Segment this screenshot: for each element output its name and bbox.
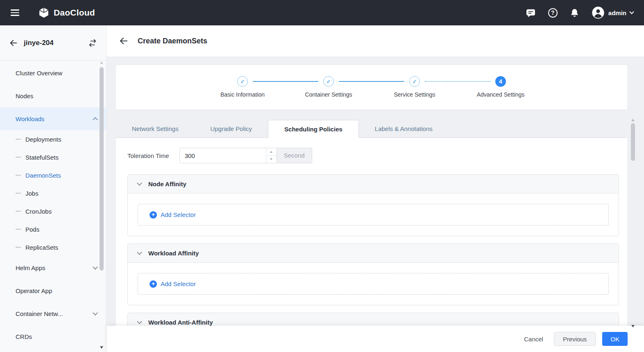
toleration-time-label: Toleration Time <box>127 152 169 159</box>
sidebar-item-label: ReplicaSets <box>25 244 58 251</box>
sidebar-item-label: Operator App <box>16 287 52 294</box>
scroll-down-icon[interactable] <box>100 346 103 349</box>
panel-node-affinity-header[interactable]: Node Affinity <box>128 175 619 194</box>
scroll-up-icon[interactable] <box>100 61 103 64</box>
step-check-icon: ✓ <box>237 76 248 87</box>
scrollbar-thumb[interactable] <box>100 67 104 271</box>
sidebar-item-label: Cluster Overview <box>16 70 62 77</box>
help-icon[interactable]: ? <box>548 8 558 18</box>
sidebar-item-crds[interactable]: CRDs <box>0 325 106 348</box>
panel-workload-affinity: Workload Affinity + Add Selector <box>127 244 619 305</box>
avatar <box>592 6 605 19</box>
chevron-down-icon <box>137 181 142 186</box>
dash-icon <box>16 229 21 230</box>
selector-dropzone: + Add Selector <box>138 273 609 295</box>
chevron-down-icon <box>629 9 634 14</box>
page-back-button[interactable] <box>119 36 129 46</box>
plus-icon: + <box>150 211 157 219</box>
toleration-spinner[interactable] <box>266 148 277 163</box>
step-check-icon: ✓ <box>409 76 420 87</box>
panel-workload-affinity-header[interactable]: Workload Affinity <box>128 244 619 263</box>
tabs: Network Settings Upgrade Policy Scheduli… <box>116 120 627 138</box>
sidebar-item-operator-app[interactable]: Operator App <box>0 279 106 302</box>
sidebar-item-label: StatefulSets <box>25 154 59 161</box>
dash-icon <box>16 193 21 194</box>
spin-down-icon[interactable] <box>266 156 277 163</box>
sidebar-item-container-network[interactable]: Container Netw... <box>0 302 106 325</box>
sidebar-item-label: CRDs <box>16 333 32 340</box>
sidebar-item-pods[interactable]: Pods <box>0 220 106 238</box>
dash-icon <box>16 139 21 140</box>
page-body: ✓ Basic Information ✓ Container Settings… <box>107 56 644 352</box>
panel-workload-affinity-body: + Add Selector <box>128 263 619 305</box>
tab-content: Toleration Time Second Node Affinity <box>116 138 627 352</box>
sidebar-nav: Cluster Overview Nodes Workloads Deploym… <box>0 61 106 348</box>
sidebar-item-nodes[interactable]: Nodes <box>0 84 106 107</box>
tab-upgrade-policy[interactable]: Upgrade Policy <box>194 120 268 138</box>
chevron-up-icon <box>93 117 98 122</box>
dash-icon <box>16 211 21 212</box>
sidebar: jinye-204 Cluster Overview Nodes Workloa… <box>0 25 107 352</box>
topbar-actions: ? admin <box>526 6 633 19</box>
chat-icon[interactable] <box>526 8 536 18</box>
chevron-down-icon <box>137 319 142 324</box>
sidebar-item-label: Jobs <box>25 190 39 197</box>
dash-icon <box>16 157 21 158</box>
tab-labels-annotations[interactable]: Labels & Annotations <box>359 120 449 138</box>
ok-button[interactable]: OK <box>602 332 628 346</box>
brand: DaoCloud <box>38 7 95 18</box>
add-selector-label: Add Selector <box>161 280 196 287</box>
sidebar-item-workloads[interactable]: Workloads <box>0 107 106 130</box>
scroll-up-icon[interactable] <box>631 119 635 121</box>
dash-icon <box>16 247 21 248</box>
bell-icon[interactable] <box>570 8 579 18</box>
tab-network-settings[interactable]: Network Settings <box>116 120 194 138</box>
scrollbar-thumb[interactable] <box>631 123 635 161</box>
sidebar-item-deployments[interactable]: Deployments <box>0 130 106 148</box>
content-scrollbar[interactable] <box>630 119 635 327</box>
sidebar-item-helm-apps[interactable]: Helm Apps <box>0 256 106 279</box>
toleration-time-input[interactable] <box>179 148 277 163</box>
cancel-button[interactable]: Cancel <box>520 336 547 343</box>
add-selector-button[interactable]: + Add Selector <box>150 280 196 288</box>
panel-title: Workload Affinity <box>148 250 199 257</box>
sidebar-item-cluster-overview[interactable]: Cluster Overview <box>0 61 106 84</box>
step-label: Container Settings <box>305 91 352 98</box>
toleration-time-field[interactable] <box>180 148 265 163</box>
toleration-time-row: Toleration Time Second <box>127 148 619 163</box>
add-selector-button[interactable]: + Add Selector <box>150 211 196 219</box>
step-check-icon: ✓ <box>323 76 334 87</box>
topbar: DaoCloud ? <box>0 0 644 25</box>
page-title: Create DaemonSets <box>138 37 207 45</box>
panel-title: Node Affinity <box>148 181 186 187</box>
chevron-down-icon <box>137 250 142 255</box>
menu-icon[interactable] <box>11 9 19 16</box>
sidebar-item-label: Workloads <box>16 115 45 122</box>
sidebar-item-cronjobs[interactable]: CronJobs <box>0 202 106 220</box>
switch-cluster-icon[interactable] <box>88 38 97 47</box>
cluster-name: jinye-204 <box>24 39 88 47</box>
previous-button[interactable]: Previous <box>554 332 596 346</box>
sidebar-item-label: CronJobs <box>25 208 52 215</box>
toleration-unit: Second <box>277 148 312 163</box>
page-header: Create DaemonSets <box>107 25 644 56</box>
step-label: Service Settings <box>394 91 435 98</box>
sidebar-item-jobs[interactable]: Jobs <box>0 184 106 202</box>
step-number: 4 <box>495 76 506 87</box>
sidebar-item-daemonsets[interactable]: DaemonSets <box>0 166 106 184</box>
step-label: Basic Information <box>220 91 265 98</box>
dash-icon <box>16 175 21 176</box>
sidebar-back-button[interactable] <box>9 38 18 47</box>
user-menu[interactable]: admin <box>592 6 633 19</box>
tab-scheduling-policies[interactable]: Scheduling Policies <box>268 120 359 138</box>
sidebar-item-replicasets[interactable]: ReplicaSets <box>0 238 106 256</box>
spin-up-icon[interactable] <box>266 148 277 156</box>
sidebar-item-label: Deployments <box>25 136 61 143</box>
chevron-down-icon <box>93 264 98 270</box>
scroll-down-icon[interactable] <box>631 325 635 327</box>
sidebar-scrollbar[interactable] <box>100 61 104 349</box>
sidebar-item-statefulsets[interactable]: StatefulSets <box>0 148 106 166</box>
stepper: ✓ Basic Information ✓ Container Settings… <box>116 65 627 109</box>
daocloud-logo-icon <box>38 7 50 18</box>
sidebar-item-label: Pods <box>25 226 39 233</box>
